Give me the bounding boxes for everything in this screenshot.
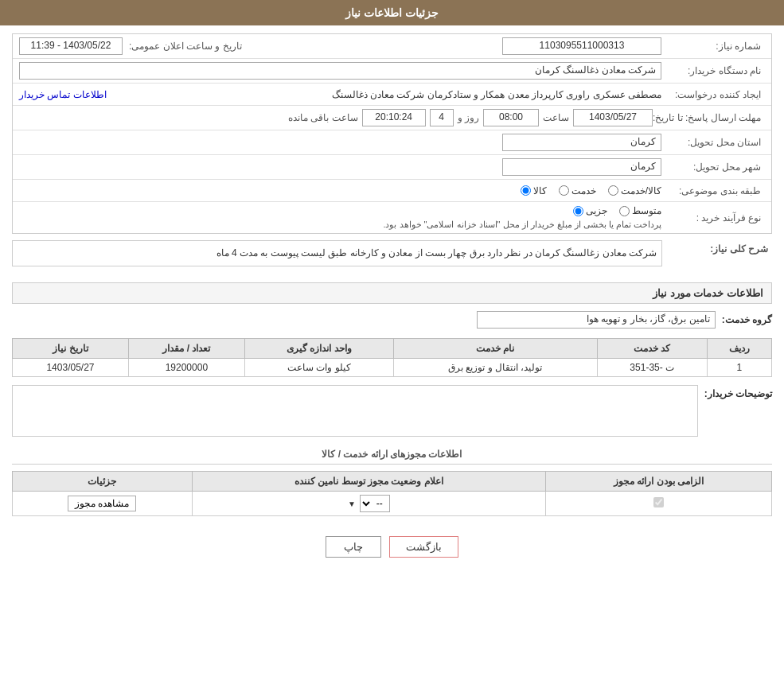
response-deadline-label: مهلت ارسال پاسخ: تا تاریخ: — [653, 112, 765, 123]
view-permit-button[interactable]: مشاهده مجوز — [68, 496, 136, 511]
description-text: شرکت معادن زغالسنگ کرمان در نظر دارد برق… — [18, 246, 657, 261]
province-row: استان محل تحویل: کرمان — [13, 130, 771, 155]
response-days-label: روز و — [458, 112, 479, 123]
cell-row-num: 1 — [707, 359, 771, 377]
cell-unit: کیلو وات ساعت — [244, 359, 393, 377]
response-time-label: ساعت — [543, 112, 569, 123]
city-value: کرمان — [502, 158, 661, 176]
process-label: نوع فرآیند خرید : — [661, 212, 765, 224]
col-service-code: کد خدمت — [597, 339, 707, 359]
process-note: پرداخت تمام یا بخشی از مبلغ خریدار از مح… — [383, 220, 661, 230]
page-header: جزئیات اطلاعات نیاز — [0, 0, 784, 25]
process-jozvi-radio[interactable] — [573, 206, 583, 216]
buyer-station-label: نام دستگاه خریدار: — [661, 65, 765, 76]
chevron-down-icon: ▼ — [348, 500, 356, 508]
permit-row: -- ▼ مشاهده مجوز — [13, 492, 772, 516]
permits-title: اطلاعات مجوزهای ارائه خدمت / کالا — [12, 445, 772, 465]
permit-status-select[interactable]: -- — [360, 495, 390, 512]
cell-service-code: ت -35-351 — [597, 359, 707, 377]
category-kala-khadamat-option[interactable]: کالا/خدمت — [608, 185, 661, 196]
cell-service-name: تولید، انتقال و توزیع برق — [393, 359, 597, 377]
col-permit-details: جزئیات — [13, 472, 193, 492]
col-row-num: ردیف — [707, 339, 771, 359]
permit-required-cell — [546, 492, 772, 516]
need-number-label: شماره نیاز: — [661, 41, 765, 52]
permits-table: الزامی بودن ارائه مجوز اعلام وضعیت مجوز … — [12, 471, 772, 516]
permit-status-cell: -- ▼ — [192, 492, 546, 516]
category-row: طبقه بندی موضوعی: کالا/خدمت خدمت کالا — [13, 180, 771, 202]
category-kala-option[interactable]: کالا — [521, 185, 547, 196]
col-unit: واحد اندازه گیری — [244, 339, 393, 359]
category-kala-khadamat-label: کالا/خدمت — [621, 185, 661, 196]
back-button[interactable]: بازگشت — [389, 536, 458, 558]
response-remaining: 20:10:24 — [362, 109, 426, 126]
category-label: طبقه بندی موضوعی: — [661, 185, 765, 196]
action-buttons-area: بازگشت چاپ — [12, 524, 772, 570]
buyer-station-row: نام دستگاه خریدار: شرکت معادن ذغالسنگ کر… — [13, 59, 771, 84]
col-date: تاریخ نیاز — [13, 339, 129, 359]
need-number-value: 1103095511000313 — [502, 37, 661, 55]
page-title: جزئیات اطلاعات نیاز — [345, 6, 439, 19]
permit-details-cell: مشاهده مجوز — [13, 492, 193, 516]
col-service-name: نام خدمت — [393, 339, 597, 359]
permits-section: اطلاعات مجوزهای ارائه خدمت / کالا الزامی… — [12, 445, 772, 516]
buyer-notes-textarea[interactable] — [12, 385, 698, 437]
response-days: 4 — [430, 109, 454, 126]
col-permit-required: الزامی بودن ارائه مجوز — [546, 472, 772, 492]
announcement-date-value: 1403/05/22 - 11:39 — [19, 37, 123, 55]
description-label: شرح کلی نیاز: — [669, 240, 772, 255]
col-quantity: تعداد / مقدار — [128, 339, 244, 359]
process-motevaset-radio[interactable] — [619, 206, 630, 216]
announcement-date-label: تاریخ و ساعت اعلان عمومی: — [123, 41, 246, 52]
process-row: نوع فرآیند خرید : متوسط جزیی پرداخت تمام… — [13, 202, 771, 233]
response-date: 1403/05/27 — [573, 109, 653, 126]
response-remaining-label: ساعت باقی مانده — [288, 112, 358, 123]
requester-label: ایجاد کننده درخواست: — [661, 89, 765, 100]
process-motevaset-option[interactable]: متوسط — [619, 205, 661, 216]
process-jozvi-label: جزیی — [586, 205, 607, 216]
requester-link[interactable]: اطلاعات تماس خریدار — [19, 89, 107, 100]
province-label: استان محل تحویل: — [661, 137, 765, 148]
main-info-section: شماره نیاز: 1103095511000313 تاریخ و ساع… — [12, 33, 772, 234]
description-section: شرح کلی نیاز: شرکت معادن زغالسنگ کرمان د… — [12, 240, 772, 274]
services-table-header: ردیف کد خدمت نام خدمت واحد اندازه گیری ت… — [13, 339, 772, 359]
city-row: شهر محل تحویل: کرمان — [13, 155, 771, 180]
category-kala-khadamat-radio[interactable] — [608, 185, 618, 196]
col-permit-status: اعلام وضعیت مجوز توسط نامین کننده — [192, 472, 546, 492]
service-group-value: تامین برق، گاز، بخار و تهویه هوا — [477, 311, 716, 329]
services-title: اطلاعات خدمات مورد نیاز — [12, 282, 772, 304]
category-khadamat-radio[interactable] — [559, 185, 569, 196]
services-table: ردیف کد خدمت نام خدمت واحد اندازه گیری ت… — [12, 338, 772, 377]
description-box: شرکت معادن زغالسنگ کرمان در نظر دارد برق… — [12, 240, 662, 266]
process-motevaset-label: متوسط — [632, 205, 661, 216]
requester-row: ایجاد کننده درخواست: مصطفی عسکری راوری ک… — [13, 84, 771, 106]
service-group-label: گروه خدمت: — [722, 314, 772, 325]
response-deadline-row: مهلت ارسال پاسخ: تا تاریخ: 1403/05/27 سا… — [13, 106, 771, 130]
cell-date: 1403/05/27 — [13, 359, 129, 377]
province-value: کرمان — [502, 134, 661, 151]
category-khadamat-label: خدمت — [571, 185, 596, 196]
requester-value: مصطفی عسکری راوری کارپرداز معدن همکار و … — [111, 89, 661, 100]
category-kala-label: کالا — [533, 185, 547, 196]
category-kala-radio[interactable] — [521, 185, 531, 196]
response-time: 08:00 — [483, 109, 539, 126]
category-khadamat-option[interactable]: خدمت — [559, 185, 596, 196]
process-jozvi-option[interactable]: جزیی — [573, 205, 607, 216]
print-button[interactable]: چاپ — [326, 536, 381, 558]
need-number-row: شماره نیاز: 1103095511000313 تاریخ و ساع… — [13, 34, 771, 59]
buyer-notes-section: توضیحات خریدار: — [12, 385, 772, 437]
permits-table-header: الزامی بودن ارائه مجوز اعلام وضعیت مجوز … — [13, 472, 772, 492]
buyer-station-value: شرکت معادن ذغالسنگ کرمان — [19, 62, 661, 80]
city-label: شهر محل تحویل: — [661, 161, 765, 173]
cell-quantity: 19200000 — [128, 359, 244, 377]
service-table-row: 1 ت -35-351 تولید، انتقال و توزیع برق کی… — [13, 359, 772, 377]
category-radio-group: کالا/خدمت خدمت کالا — [19, 185, 661, 196]
permit-required-checkbox — [653, 497, 664, 507]
process-radio-group: متوسط جزیی — [573, 205, 661, 216]
service-group-row: گروه خدمت: تامین برق، گاز، بخار و تهویه … — [12, 308, 772, 332]
buyer-notes-label: توضیحات خریدار: — [704, 385, 772, 399]
services-table-container: ردیف کد خدمت نام خدمت واحد اندازه گیری ت… — [12, 338, 772, 377]
